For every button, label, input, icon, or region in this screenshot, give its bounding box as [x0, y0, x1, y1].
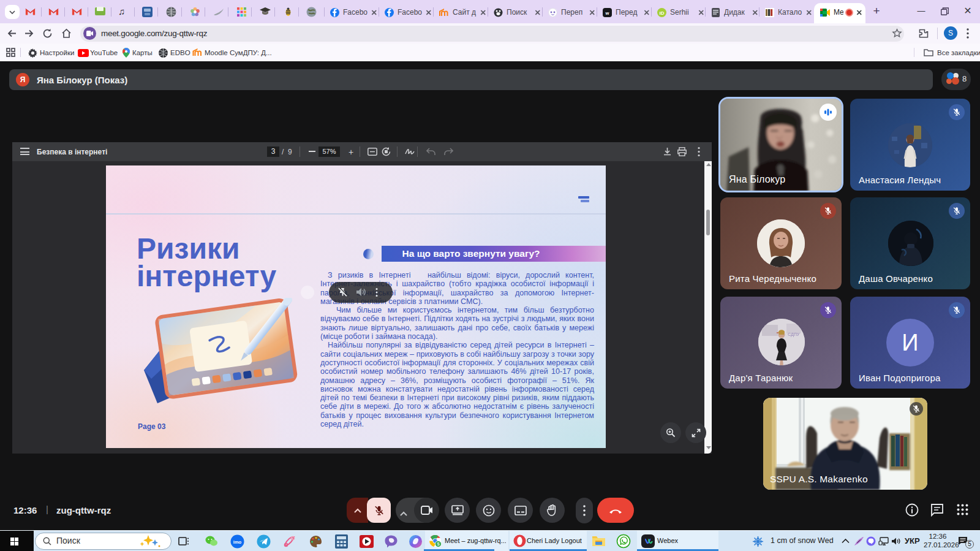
svg-text:СДПУ: СДПУ [788, 332, 800, 337]
svg-text:S: S [437, 542, 439, 546]
svg-text:iD: iD [660, 10, 665, 15]
svg-text:imo: imo [233, 539, 241, 545]
svg-text:w: w [605, 10, 609, 15]
